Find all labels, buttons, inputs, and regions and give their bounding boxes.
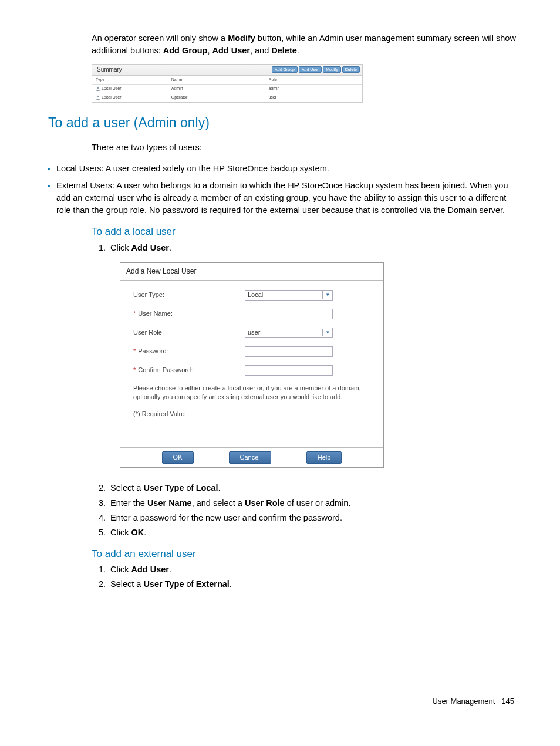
user-types-intro: There are two types of users: xyxy=(92,141,520,154)
user-name-field[interactable] xyxy=(245,309,333,319)
summary-table: Type Name Role Local User Admin admin Lo… xyxy=(92,76,362,102)
heading-add-user: To add a user (Admin only) xyxy=(48,113,520,133)
list-item: Select a User Type of Local. xyxy=(108,482,520,494)
list-item: External Users: A user who belongs to a … xyxy=(56,180,520,217)
list-item: Enter a password for the new user and co… xyxy=(108,512,520,524)
password-label: *Password: xyxy=(133,347,245,356)
list-item: Select a User Type of External. xyxy=(108,578,520,590)
user-name-label: *User Name: xyxy=(133,309,245,319)
list-item: Local Users: A user created solely on th… xyxy=(56,163,520,175)
summary-title: Summary xyxy=(95,66,122,75)
user-type-select[interactable]: Local ▾ xyxy=(245,290,333,301)
table-row[interactable]: Local User Operator user xyxy=(92,93,362,102)
table-row[interactable]: Local User Admin admin xyxy=(92,85,362,93)
confirm-password-field[interactable] xyxy=(245,365,333,376)
heading-add-local-user: To add a local user xyxy=(92,225,520,239)
chevron-down-icon: ▾ xyxy=(322,291,332,299)
summary-toolbar: Add Group Add User Modify Delete xyxy=(272,66,360,73)
intro-paragraph: An operator screen will only show a Modi… xyxy=(92,32,520,57)
dialog-hint: Please choose to either create a local u… xyxy=(133,384,370,401)
summary-panel: Summary Add Group Add User Modify Delete… xyxy=(92,64,363,103)
user-role-label: User Role: xyxy=(133,328,245,337)
cancel-button[interactable]: Cancel xyxy=(229,451,271,464)
add-user-button[interactable]: Add User xyxy=(299,66,322,73)
password-field[interactable] xyxy=(245,346,333,357)
col-type[interactable]: Type xyxy=(96,77,104,82)
user-type-label: User Type: xyxy=(133,291,245,300)
list-item: Click Add User. xyxy=(108,242,520,254)
list-item: Click OK. xyxy=(108,526,520,539)
user-role-select[interactable]: user ▾ xyxy=(245,328,333,338)
col-name[interactable]: Name xyxy=(171,77,183,82)
local-user-steps: Click Add User. xyxy=(92,242,520,254)
user-icon xyxy=(96,86,100,91)
dialog-title: Add a New Local User xyxy=(120,263,383,281)
list-item: Click Add User. xyxy=(108,563,520,576)
confirm-password-label: *Confirm Password: xyxy=(133,366,245,375)
required-note: (*) Required Value xyxy=(133,410,370,419)
page-footer: User Management 145 xyxy=(40,696,514,707)
svg-point-1 xyxy=(97,96,99,97)
delete-button[interactable]: Delete xyxy=(342,66,360,73)
col-role[interactable]: Role xyxy=(268,77,276,82)
local-user-steps-cont: Select a User Type of Local. Enter the U… xyxy=(92,482,520,538)
external-user-steps: Click Add User. Select a User Type of Ex… xyxy=(92,563,520,590)
heading-add-external-user: To add an external user xyxy=(92,547,520,562)
user-types-list: Local Users: A user created solely on th… xyxy=(40,163,520,217)
modify-button[interactable]: Modify xyxy=(323,66,341,73)
ok-button[interactable]: OK xyxy=(162,451,194,464)
add-user-dialog: Add a New Local User User Type: Local ▾ … xyxy=(120,262,384,468)
user-icon xyxy=(96,95,100,100)
list-item: Enter the User Name, and select a User R… xyxy=(108,497,520,509)
chevron-down-icon: ▾ xyxy=(322,329,332,336)
help-button[interactable]: Help xyxy=(306,451,342,464)
svg-point-0 xyxy=(97,87,99,89)
add-group-button[interactable]: Add Group xyxy=(272,66,298,73)
summary-header: Summary Add Group Add User Modify Delete xyxy=(92,65,362,76)
